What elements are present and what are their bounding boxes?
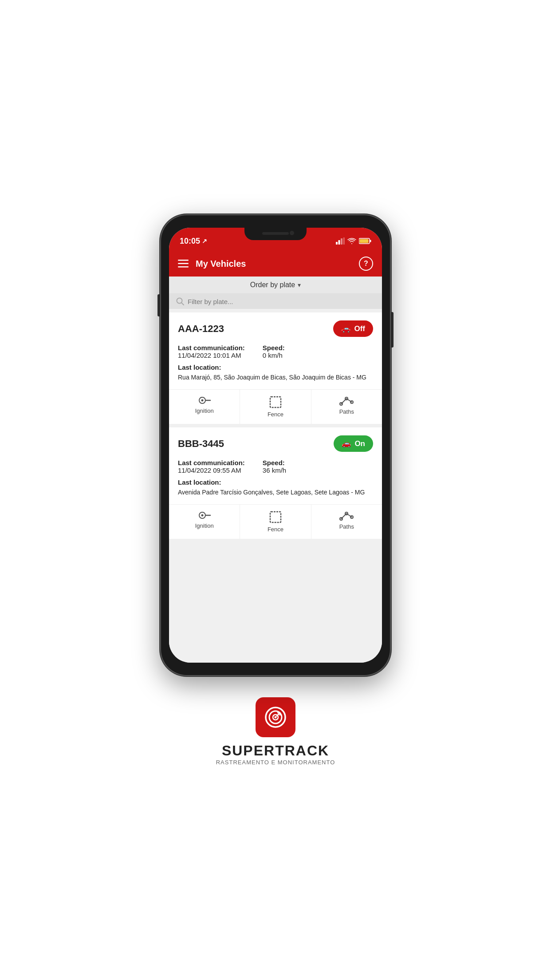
speed-value: 36 km/h [263,466,286,474]
vehicle-card: AAA-1223 🚗 Off Last communication: 11/04… [169,312,382,424]
last-comm-value: 11/04/2022 09:55 AM [178,466,245,474]
info-row-communication: Last communication: 11/04/2022 09:55 AM … [178,459,373,474]
search-icon [176,297,184,305]
svg-line-15 [201,397,201,398]
signal-icon [336,237,345,245]
svg-line-11 [181,303,184,305]
location-value: Rua Marajó, 85, São Joaquim de Bicas, Sã… [178,373,373,382]
ignition-label: Ignition [195,522,214,529]
vehicle-plate: AAA-1223 [178,323,224,335]
vehicle-card: BBB-3445 🚗 On Last communication: 11/04/… [169,427,382,539]
location-label: Last location: [178,364,373,371]
fence-action[interactable]: Fence [240,505,311,539]
hamburger-icon[interactable] [178,260,189,268]
svg-rect-3 [343,237,345,245]
svg-point-21 [201,514,203,517]
paths-label: Paths [339,523,354,530]
status-label: On [354,439,365,448]
notch-speaker [262,232,289,235]
svg-rect-23 [270,512,281,522]
svg-rect-0 [336,242,338,245]
sort-bar[interactable]: Order by plate ▾ [169,277,382,294]
fence-icon [269,511,282,523]
bottom-spacer [169,539,382,548]
fence-label: Fence [268,411,283,418]
logo-brand: SUPERTRACK [222,743,329,759]
vehicle-info: Last communication: 11/04/2022 10:01 AM … [178,344,373,382]
vehicle-actions: Ignition Fence [169,504,382,539]
status-badge: 🚗 Off [333,320,373,337]
status-badge: 🚗 On [334,435,373,452]
sort-chevron-icon: ▾ [298,281,301,288]
last-comm-value: 11/04/2022 10:01 AM [178,352,245,359]
search-input[interactable] [188,298,375,305]
location-label: Last location: [178,478,373,486]
battery-icon [359,237,371,245]
svg-point-13 [201,399,203,402]
logo-tagline: RASTREAMENTO E MONITORAMENTO [216,759,335,766]
paths-action[interactable]: Paths [311,390,382,424]
speed-label: Speed: [263,459,286,466]
svg-rect-9 [178,266,189,268]
car-icon: 🚗 [342,439,351,448]
logo-area: SUPERTRACK RASTREAMENTO E MONITORAMENTO [216,697,335,766]
vehicle-plate: BBB-3445 [178,438,224,450]
page-wrapper: 10:05 ↗ [0,0,551,980]
search-bar [169,294,382,309]
status-icons [336,237,371,245]
paths-label: Paths [339,408,354,415]
svg-rect-1 [338,240,340,245]
ignition-action[interactable]: Ignition [169,390,240,424]
svg-rect-8 [178,263,189,265]
fence-action[interactable]: Fence [240,390,311,424]
ignition-icon [198,396,211,405]
main-content[interactable]: Order by plate ▾ AAA-1 [169,277,382,663]
logo-icon [256,697,295,737]
vehicle-header: BBB-3445 🚗 On [178,435,373,452]
paths-icon [339,511,354,521]
status-label: Off [354,324,365,333]
phone-shell: 10:05 ↗ [160,214,391,676]
svg-rect-7 [178,260,189,261]
info-row-communication: Last communication: 11/04/2022 10:01 AM … [178,344,373,359]
header-title: My Vehicles [196,259,359,269]
vehicle-header: AAA-1223 🚗 Off [178,320,373,337]
svg-rect-5 [370,240,371,242]
time-label: 10:05 [180,237,200,246]
svg-rect-16 [270,397,281,407]
notch-camera [290,231,294,235]
speed-value: 0 km/h [263,352,285,359]
location-value: Avenida Padre Tarcísio Gonçalves, Sete L… [178,488,373,497]
svg-rect-6 [360,239,369,243]
status-bar: 10:05 ↗ [169,228,382,251]
last-comm-label: Last communication: [178,344,245,352]
speed-label: Speed: [263,344,285,352]
svg-point-30 [275,716,277,719]
fence-label: Fence [268,526,283,533]
phone-screen: 10:05 ↗ [169,228,382,663]
fence-icon [269,396,282,408]
ignition-action[interactable]: Ignition [169,505,240,539]
car-icon: 🚗 [341,324,350,333]
last-comm-label: Last communication: [178,459,245,466]
app-header: My Vehicles ? [169,251,382,277]
svg-rect-2 [341,238,342,245]
vehicle-actions: Ignition Fence [169,389,382,424]
notch [244,228,307,240]
status-time: 10:05 ↗ [180,237,207,246]
ignition-label: Ignition [195,407,214,414]
paths-icon [339,396,354,406]
vehicle-info: Last communication: 11/04/2022 09:55 AM … [178,459,373,497]
help-button[interactable]: ? [359,257,373,271]
wifi-icon [347,237,356,245]
logo-text: SUPERTRACK RASTREAMENTO E MONITORAMENTO [216,743,335,766]
ignition-icon [198,511,211,520]
paths-action[interactable]: Paths [311,505,382,539]
location-arrow-icon: ↗ [202,237,207,245]
sort-label: Order by plate [250,281,295,289]
